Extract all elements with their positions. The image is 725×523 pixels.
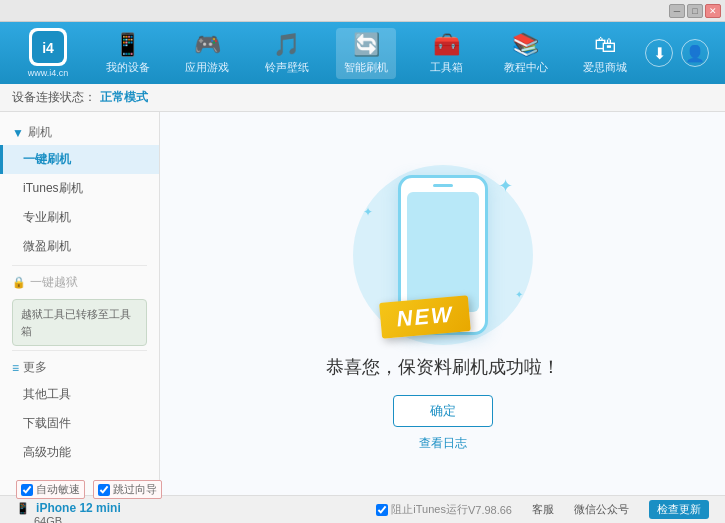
device-icon: 📱: [16, 502, 30, 514]
sidebar-section-flash[interactable]: ▼ 刷机: [0, 120, 159, 145]
sidebar: ▼ 刷机 一键刷机 iTunes刷机 专业刷机 微盈刷机 🔒 一键越狱 越狱工具…: [0, 112, 160, 495]
wechat-link[interactable]: 微信公众号: [574, 502, 629, 517]
sidebar-section-more[interactable]: ≡ 更多: [0, 355, 159, 380]
divider-2: [12, 350, 147, 351]
smart-flash-label: 智能刷机: [344, 60, 388, 75]
device-storage: 64GB: [16, 515, 62, 523]
auto-speed-label: 自动敏速: [36, 482, 80, 497]
check-update-button[interactable]: 检查更新: [649, 500, 709, 519]
sidebar-item-pro-flash[interactable]: 专业刷机: [0, 203, 159, 232]
nav-items: 📱 我的设备 🎮 应用游戏 🎵 铃声壁纸 🔄 智能刷机 🧰 工具箱 📚 教程中心…: [88, 28, 645, 79]
section-jailbreak-label: 一键越狱: [30, 274, 78, 291]
customer-service-link[interactable]: 客服: [532, 502, 554, 517]
sidebar-item-one-click-flash[interactable]: 一键刷机: [0, 145, 159, 174]
nav-my-device[interactable]: 📱 我的设备: [98, 28, 158, 79]
nav-ringtone[interactable]: 🎵 铃声壁纸: [257, 28, 317, 79]
nav-right-buttons: ⬇ 👤: [645, 39, 717, 67]
version-number: V7.98.66: [468, 504, 512, 516]
status-label: 设备连接状态：: [12, 89, 96, 106]
device-info: 📱 iPhone 12 mini 64GB Down-12mini-13,1: [16, 501, 162, 523]
close-button[interactable]: ✕: [705, 4, 721, 18]
status-value: 正常模式: [100, 89, 148, 106]
apps-games-label: 应用游戏: [185, 60, 229, 75]
logo-url: www.i4.cn: [28, 68, 69, 78]
nav-toolbox[interactable]: 🧰 工具箱: [416, 28, 476, 79]
success-illustration: NEW ✦ ✦ ✦: [343, 155, 543, 355]
itunes-stop-label: 阻止iTunes运行: [391, 502, 468, 517]
bottom-checkboxes: 自动敏速 跳过向导: [16, 480, 162, 499]
nav-think-store[interactable]: 🛍 爱思商城: [575, 28, 635, 79]
divider-1: [12, 265, 147, 266]
device-name: iPhone 12 mini: [36, 501, 121, 515]
retry-link[interactable]: 查看日志: [419, 435, 467, 452]
download-button[interactable]: ⬇: [645, 39, 673, 67]
my-device-label: 我的设备: [106, 60, 150, 75]
sidebar-item-advanced[interactable]: 高级功能: [0, 438, 159, 467]
sidebar-item-weiying-flash[interactable]: 微盈刷机: [0, 232, 159, 261]
tutorials-icon: 📚: [512, 32, 539, 58]
user-button[interactable]: 👤: [681, 39, 709, 67]
sidebar-item-other-tools[interactable]: 其他工具: [0, 380, 159, 409]
auto-speed-checkbox[interactable]: 自动敏速: [16, 480, 85, 499]
logo-icon: i4: [29, 28, 67, 66]
app-logo: i4 www.i4.cn: [8, 28, 88, 78]
status-bar: 设备连接状态： 正常模式: [0, 84, 725, 112]
apps-games-icon: 🎮: [194, 32, 221, 58]
smart-flash-icon: 🔄: [353, 32, 380, 58]
sidebar-item-itunes-flash[interactable]: iTunes刷机: [0, 174, 159, 203]
bottom-right: V7.98.66 客服 微信公众号 检查更新: [468, 500, 717, 519]
main-layout: ▼ 刷机 一键刷机 iTunes刷机 专业刷机 微盈刷机 🔒 一键越狱 越狱工具…: [0, 112, 725, 495]
toolbox-icon: 🧰: [433, 32, 460, 58]
sparkle-2: ✦: [363, 205, 373, 219]
sparkle-1: ✦: [498, 175, 513, 197]
skip-wizard-label: 跳过向导: [113, 482, 157, 497]
lock-icon: 🔒: [12, 276, 26, 289]
nav-bar: i4 www.i4.cn 📱 我的设备 🎮 应用游戏 🎵 铃声壁纸 🔄 智能刷机…: [0, 22, 725, 84]
think-store-icon: 🛍: [594, 32, 616, 58]
restore-button[interactable]: □: [687, 4, 703, 18]
skip-wizard-input[interactable]: [98, 484, 110, 496]
title-bar: ─ □ ✕: [0, 0, 725, 22]
nav-tutorials[interactable]: 📚 教程中心: [496, 28, 556, 79]
phone-speaker: [433, 184, 453, 187]
sidebar-section-jailbreak[interactable]: 🔒 一键越狱: [0, 270, 159, 295]
jailbreak-notice: 越狱工具已转移至工具箱: [12, 299, 147, 346]
toolbox-label: 工具箱: [430, 60, 463, 75]
auto-speed-input[interactable]: [21, 484, 33, 496]
section-flash-label: 刷机: [28, 124, 52, 141]
success-message: 恭喜您，保资料刷机成功啦！: [326, 355, 560, 379]
content-area: NEW ✦ ✦ ✦ 恭喜您，保资料刷机成功啦！ 确定 查看日志: [160, 112, 725, 495]
nav-apps-games[interactable]: 🎮 应用游戏: [177, 28, 237, 79]
minimize-button[interactable]: ─: [669, 4, 685, 18]
tutorials-label: 教程中心: [504, 60, 548, 75]
confirm-button[interactable]: 确定: [393, 395, 493, 427]
bottom-left: 自动敏速 跳过向导 📱 iPhone 12 mini 64GB Down-12m…: [8, 476, 170, 523]
itunes-stop: 阻止iTunes运行: [376, 502, 468, 517]
sparkle-3: ✦: [515, 289, 523, 300]
section-flash-arrow: ▼: [12, 126, 24, 140]
sidebar-item-download-firmware[interactable]: 下载固件: [0, 409, 159, 438]
svg-text:i4: i4: [42, 40, 54, 56]
ringtone-label: 铃声壁纸: [265, 60, 309, 75]
itunes-stop-checkbox[interactable]: [376, 504, 388, 516]
skip-wizard-checkbox[interactable]: 跳过向导: [93, 480, 162, 499]
nav-smart-flash[interactable]: 🔄 智能刷机: [336, 28, 396, 79]
section-more-label: 更多: [23, 359, 47, 376]
ringtone-icon: 🎵: [273, 32, 300, 58]
think-store-label: 爱思商城: [583, 60, 627, 75]
section-more-arrow: ≡: [12, 361, 19, 375]
phone-screen: [407, 192, 479, 312]
new-badge: NEW: [379, 295, 471, 339]
bottom-bar: 自动敏速 跳过向导 📱 iPhone 12 mini 64GB Down-12m…: [0, 495, 725, 523]
my-device-icon: 📱: [114, 32, 141, 58]
